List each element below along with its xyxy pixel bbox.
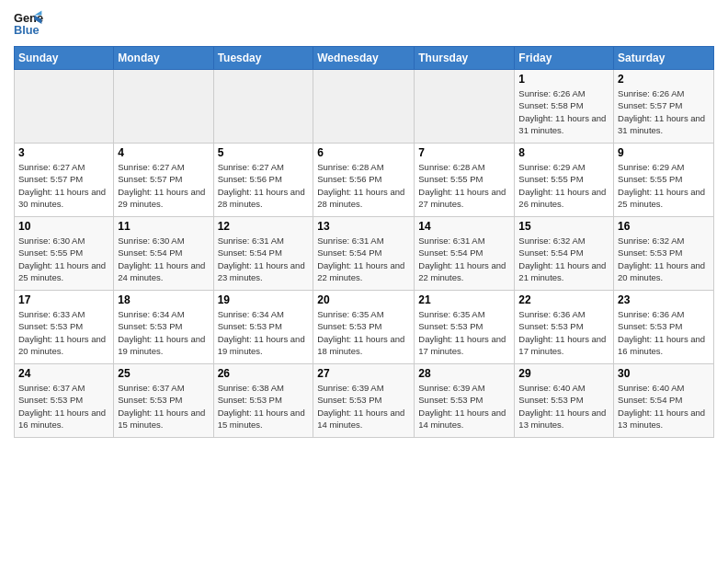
weekday-header-tuesday: Tuesday [213,47,313,70]
calendar-cell: 17Sunrise: 6:33 AMSunset: 5:53 PMDayligh… [15,291,114,364]
weekday-header-row: SundayMondayTuesdayWednesdayThursdayFrid… [15,47,714,70]
weekday-header-friday: Friday [515,47,614,70]
day-info: Sunrise: 6:40 AMSunset: 5:54 PMDaylight:… [618,382,710,431]
page: General Blue SundayMondayTuesdayWednesda… [0,0,728,563]
week-row-4: 17Sunrise: 6:33 AMSunset: 5:53 PMDayligh… [15,291,714,364]
calendar-cell: 11Sunrise: 6:30 AMSunset: 5:54 PMDayligh… [114,217,213,291]
day-info: Sunrise: 6:32 AMSunset: 5:53 PMDaylight:… [618,235,710,283]
calendar-cell: 19Sunrise: 6:34 AMSunset: 5:53 PMDayligh… [213,291,313,364]
day-number: 22 [518,293,609,306]
day-info: Sunrise: 6:37 AMSunset: 5:53 PMDaylight:… [118,382,209,431]
day-info: Sunrise: 6:35 AMSunset: 5:53 PMDaylight:… [317,308,410,357]
calendar-cell: 25Sunrise: 6:37 AMSunset: 5:53 PMDayligh… [114,364,213,438]
day-number: 5 [218,146,310,159]
calendar-cell: 28Sunrise: 6:39 AMSunset: 5:53 PMDayligh… [415,364,515,438]
day-info: Sunrise: 6:32 AMSunset: 5:54 PMDaylight:… [518,235,609,283]
day-info: Sunrise: 6:39 AMSunset: 5:53 PMDaylight:… [418,382,510,431]
day-info: Sunrise: 6:35 AMSunset: 5:53 PMDaylight:… [418,308,510,357]
day-number: 23 [618,293,710,306]
day-number: 1 [518,73,609,86]
day-number: 2 [618,73,710,86]
day-number: 28 [418,367,510,380]
day-info: Sunrise: 6:31 AMSunset: 5:54 PMDaylight:… [218,235,310,283]
day-info: Sunrise: 6:28 AMSunset: 5:55 PMDaylight:… [418,161,510,210]
calendar-cell [15,70,114,144]
calendar-cell: 24Sunrise: 6:37 AMSunset: 5:53 PMDayligh… [15,364,114,438]
day-number: 29 [518,367,609,380]
day-number: 3 [18,146,109,159]
day-info: Sunrise: 6:39 AMSunset: 5:53 PMDaylight:… [317,382,410,431]
calendar-cell [415,70,515,144]
calendar-cell: 18Sunrise: 6:34 AMSunset: 5:53 PMDayligh… [114,291,213,364]
calendar-cell: 9Sunrise: 6:29 AMSunset: 5:55 PMDaylight… [614,144,714,217]
day-number: 15 [518,220,609,233]
day-number: 27 [317,367,410,380]
calendar: SundayMondayTuesdayWednesdayThursdayFrid… [14,46,714,438]
day-info: Sunrise: 6:37 AMSunset: 5:53 PMDaylight:… [18,382,109,431]
calendar-cell: 5Sunrise: 6:27 AMSunset: 5:56 PMDaylight… [213,144,313,217]
day-number: 26 [218,367,310,380]
svg-text:Blue: Blue [14,23,40,37]
calendar-cell: 7Sunrise: 6:28 AMSunset: 5:55 PMDaylight… [415,144,515,217]
day-info: Sunrise: 6:30 AMSunset: 5:54 PMDaylight:… [118,235,209,283]
weekday-header-saturday: Saturday [614,47,714,70]
day-number: 14 [418,220,510,233]
calendar-cell: 26Sunrise: 6:38 AMSunset: 5:53 PMDayligh… [213,364,313,438]
day-info: Sunrise: 6:33 AMSunset: 5:53 PMDaylight:… [18,308,109,357]
calendar-cell: 10Sunrise: 6:30 AMSunset: 5:55 PMDayligh… [15,217,114,291]
day-info: Sunrise: 6:31 AMSunset: 5:54 PMDaylight:… [418,235,510,283]
calendar-cell: 20Sunrise: 6:35 AMSunset: 5:53 PMDayligh… [313,291,415,364]
calendar-cell: 1Sunrise: 6:26 AMSunset: 5:58 PMDaylight… [515,70,614,144]
day-number: 18 [118,293,209,306]
day-info: Sunrise: 6:36 AMSunset: 5:53 PMDaylight:… [518,308,609,357]
calendar-cell: 27Sunrise: 6:39 AMSunset: 5:53 PMDayligh… [313,364,415,438]
week-row-1: 1Sunrise: 6:26 AMSunset: 5:58 PMDaylight… [15,70,714,144]
day-number: 20 [317,293,410,306]
day-number: 19 [218,293,310,306]
day-number: 6 [317,146,410,159]
day-number: 7 [418,146,510,159]
weekday-header-wednesday: Wednesday [313,47,415,70]
day-info: Sunrise: 6:27 AMSunset: 5:57 PMDaylight:… [118,161,209,210]
calendar-cell: 30Sunrise: 6:40 AMSunset: 5:54 PMDayligh… [614,364,714,438]
calendar-cell: 16Sunrise: 6:32 AMSunset: 5:53 PMDayligh… [614,217,714,291]
header: General Blue [14,9,714,39]
week-row-3: 10Sunrise: 6:30 AMSunset: 5:55 PMDayligh… [15,217,714,291]
weekday-header-thursday: Thursday [415,47,515,70]
day-info: Sunrise: 6:29 AMSunset: 5:55 PMDaylight:… [518,161,609,210]
day-info: Sunrise: 6:30 AMSunset: 5:55 PMDaylight:… [18,235,109,283]
day-info: Sunrise: 6:27 AMSunset: 5:57 PMDaylight:… [18,161,109,210]
calendar-cell: 6Sunrise: 6:28 AMSunset: 5:56 PMDaylight… [313,144,415,217]
weekday-header-sunday: Sunday [15,47,114,70]
calendar-cell: 2Sunrise: 6:26 AMSunset: 5:57 PMDaylight… [614,70,714,144]
weekday-header-monday: Monday [114,47,213,70]
calendar-cell: 12Sunrise: 6:31 AMSunset: 5:54 PMDayligh… [213,217,313,291]
day-number: 24 [18,367,109,380]
calendar-cell: 8Sunrise: 6:29 AMSunset: 5:55 PMDaylight… [515,144,614,217]
day-number: 9 [618,146,710,159]
day-info: Sunrise: 6:34 AMSunset: 5:53 PMDaylight:… [218,308,310,357]
day-number: 25 [118,367,209,380]
calendar-cell: 21Sunrise: 6:35 AMSunset: 5:53 PMDayligh… [415,291,515,364]
calendar-cell [313,70,415,144]
calendar-cell: 14Sunrise: 6:31 AMSunset: 5:54 PMDayligh… [415,217,515,291]
calendar-cell: 3Sunrise: 6:27 AMSunset: 5:57 PMDaylight… [15,144,114,217]
day-number: 12 [218,220,310,233]
calendar-cell: 22Sunrise: 6:36 AMSunset: 5:53 PMDayligh… [515,291,614,364]
calendar-cell: 13Sunrise: 6:31 AMSunset: 5:54 PMDayligh… [313,217,415,291]
calendar-cell [114,70,213,144]
week-row-2: 3Sunrise: 6:27 AMSunset: 5:57 PMDaylight… [15,144,714,217]
logo-icon: General Blue [14,9,43,39]
day-info: Sunrise: 6:31 AMSunset: 5:54 PMDaylight:… [317,235,410,283]
day-number: 16 [618,220,710,233]
calendar-cell [213,70,313,144]
day-info: Sunrise: 6:26 AMSunset: 5:58 PMDaylight:… [518,87,609,136]
day-number: 4 [118,146,209,159]
day-number: 13 [317,220,410,233]
day-number: 21 [418,293,510,306]
day-info: Sunrise: 6:26 AMSunset: 5:57 PMDaylight:… [618,87,710,136]
calendar-cell: 4Sunrise: 6:27 AMSunset: 5:57 PMDaylight… [114,144,213,217]
day-number: 11 [118,220,209,233]
week-row-5: 24Sunrise: 6:37 AMSunset: 5:53 PMDayligh… [15,364,714,438]
logo: General Blue [14,9,49,39]
